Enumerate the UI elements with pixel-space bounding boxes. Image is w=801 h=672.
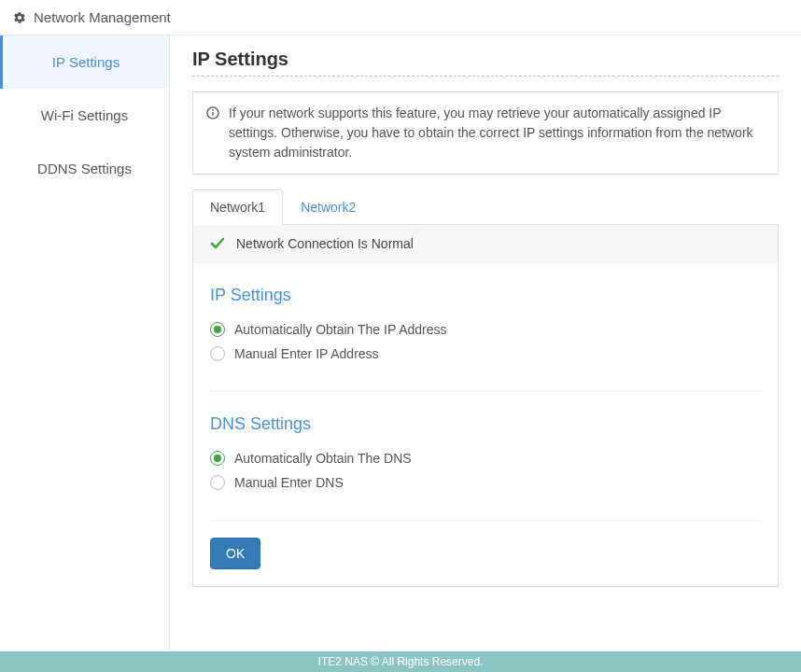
radio-ip-manual[interactable]: Manual Enter IP Address (210, 346, 761, 361)
connection-status: Network Connection Is Normal (193, 225, 778, 263)
tab-label: Network1 (210, 200, 265, 215)
radio-icon (210, 322, 225, 337)
radio-ip-auto[interactable]: Automatically Obtain The IP Address (210, 322, 761, 337)
tab-network1[interactable]: Network1 (192, 189, 283, 225)
status-text: Network Connection Is Normal (236, 236, 414, 251)
radio-label: Manual Enter DNS (234, 475, 344, 490)
network-panel: Network Connection Is Normal IP Settings… (192, 224, 779, 587)
ip-section-title: IP Settings (210, 286, 761, 305)
dns-settings-section: DNS Settings Automatically Obtain The DN… (193, 392, 778, 503)
info-icon (206, 105, 219, 119)
radio-icon (210, 451, 225, 466)
info-text: If your network supports this feature, y… (229, 104, 765, 162)
check-icon (210, 236, 225, 251)
radio-label: Automatically Obtain The IP Address (234, 322, 447, 337)
tabs: Network1 Network2 (192, 189, 779, 225)
tab-label: Network2 (301, 200, 356, 215)
main-layout: IP Settings Wi-Fi Settings DDNS Settings… (0, 35, 801, 650)
button-row: OK (193, 521, 778, 586)
radio-dns-manual[interactable]: Manual Enter DNS (210, 475, 761, 490)
svg-point-2 (212, 109, 214, 111)
gear-icon (13, 11, 26, 24)
sidebar-item-ddns-settings[interactable]: DDNS Settings (0, 142, 169, 195)
app-title: Network Management (34, 9, 171, 25)
radio-label: Manual Enter IP Address (234, 346, 379, 361)
sidebar-item-wifi-settings[interactable]: Wi-Fi Settings (0, 89, 169, 142)
radio-icon (210, 346, 225, 361)
page-title: IP Settings (192, 49, 779, 77)
tab-network2[interactable]: Network2 (283, 189, 373, 225)
sidebar-item-label: Wi-Fi Settings (41, 107, 128, 123)
radio-dns-auto[interactable]: Automatically Obtain The DNS (210, 451, 761, 466)
sidebar-item-label: DDNS Settings (37, 161, 132, 176)
sidebar: IP Settings Wi-Fi Settings DDNS Settings (0, 35, 170, 650)
footer-text: ITE2 NAS © All Rights Reserved. (318, 655, 484, 668)
radio-icon (210, 475, 225, 490)
radio-label: Automatically Obtain The DNS (234, 451, 412, 466)
info-box: If your network supports this feature, y… (192, 91, 779, 175)
content-area: IP Settings If your network supports thi… (170, 35, 801, 650)
sidebar-item-ip-settings[interactable]: IP Settings (0, 35, 169, 89)
ip-settings-section: IP Settings Automatically Obtain The IP … (193, 263, 778, 374)
dns-section-title: DNS Settings (210, 414, 761, 434)
footer: ITE2 NAS © All Rights Reserved. (0, 651, 801, 672)
ok-button[interactable]: OK (210, 538, 260, 569)
svg-rect-1 (212, 112, 213, 116)
app-header: Network Management (0, 0, 801, 35)
sidebar-item-label: IP Settings (52, 54, 119, 70)
